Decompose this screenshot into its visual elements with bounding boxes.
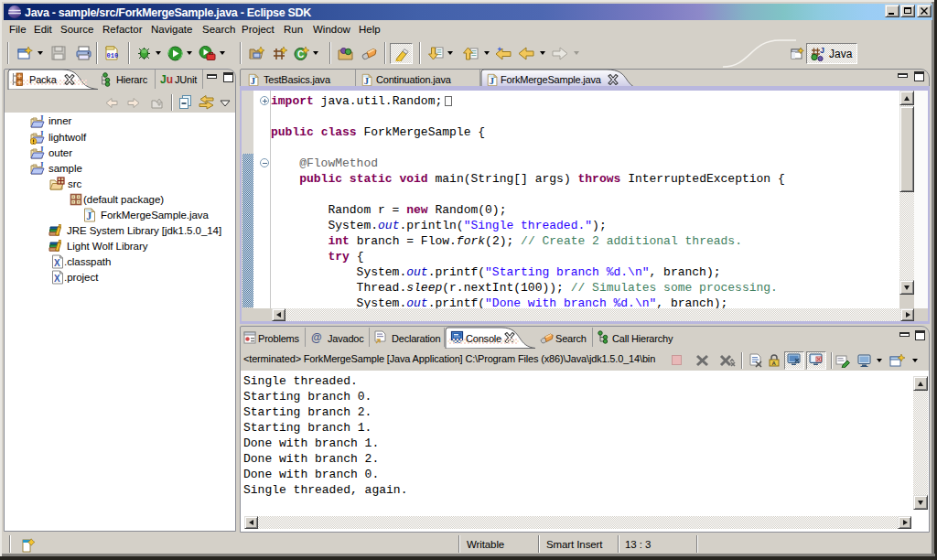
svg-text:J: J <box>820 46 824 55</box>
svg-text:A: A <box>772 361 777 366</box>
svg-text:010: 010 <box>107 52 119 59</box>
